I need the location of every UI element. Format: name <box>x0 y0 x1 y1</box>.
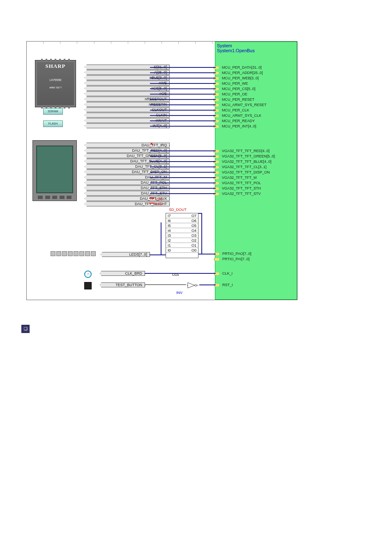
net-test-button[interactable]: TEST_BUTTON <box>100 282 145 287</box>
port[interactable]: VGA32_TFT_TFT_M <box>222 176 257 180</box>
leds-icon <box>51 251 97 256</box>
svg-marker-0 <box>188 282 195 288</box>
port-prtio-pai[interactable]: PRTIO_PAI[7..0] <box>222 257 249 261</box>
port[interactable]: MCU_PER_DATA[31..0] <box>222 65 262 69</box>
chip-part: LH79550 <box>35 79 76 81</box>
port[interactable]: MCU_PER_ADDR[25..0] <box>222 71 263 75</box>
port[interactable]: VGA32_TFT_TFT_POL <box>222 181 261 185</box>
chip-core: ARM 720 T <box>35 86 76 89</box>
vcc-label: VCC <box>155 202 163 206</box>
sharp-chip[interactable]: SHARP LH79550 ARM 720 T <box>35 60 76 107</box>
lcd-panel[interactable] <box>32 140 77 201</box>
port[interactable]: MCU_PER_WE <box>222 81 248 86</box>
schematic-canvas[interactable]: System System1.OpenBus MCU_PER_DATA[31..… <box>26 41 297 300</box>
port[interactable]: MCU_PER_READY <box>222 119 255 123</box>
port[interactable]: VGA32_TFT_TFT_GREEN[5..0] <box>222 154 275 158</box>
port[interactable]: MCU_PER_INT[4..0] <box>222 124 256 128</box>
port[interactable]: VGA32_TFT_TFT_CL[3..1] <box>222 165 267 169</box>
port[interactable]: VGA32_TFT_TFT_STV <box>222 192 261 196</box>
port[interactable]: VGA32_TFT_TFT_BLUE[4..0] <box>222 160 272 164</box>
lcd-screen <box>36 146 73 193</box>
port[interactable]: VGA32_TFT_TFT_STH <box>222 186 261 190</box>
port[interactable]: MCU_ARM7_SYS_RESET <box>222 103 267 107</box>
button-icon <box>84 282 92 289</box>
inv-gate[interactable] <box>187 282 198 289</box>
port[interactable]: VGA32_TFT_TFT_DISP_ON <box>222 170 270 174</box>
vcc-label: VCC <box>155 197 163 201</box>
buffer-8bit[interactable]: I7O7I6O6I5O5I4O4I3O3I2O2I1O1I0O0 <box>166 213 198 258</box>
port-prtio-pao[interactable]: PRTIO_PAO[7..0] <box>222 252 251 256</box>
net-clk-brd[interactable]: CLK_BRD <box>100 271 145 276</box>
port[interactable]: VGA32_TFT_TFT_RED[4..0] <box>222 149 270 153</box>
sd-dout-label: SD_DOUT <box>169 208 187 212</box>
no-connect-icon: × <box>150 141 153 147</box>
port[interactable]: MCU_PER_WEB[3..0] <box>222 76 259 80</box>
port[interactable]: MCU_PER_CS[5..0] <box>222 87 256 91</box>
port[interactable]: MCU_PER_OE <box>222 92 247 96</box>
clock-icon: ⎍ <box>84 271 92 278</box>
port-rst-i[interactable]: RST_I <box>222 283 233 287</box>
flash-chip[interactable]: FLASH <box>43 120 63 127</box>
sdram-chip[interactable]: SDRAM <box>43 108 63 115</box>
net-leds[interactable]: LEDS[7..0] <box>101 252 150 257</box>
net-dau-tft-irq[interactable]: DAU_TFT_IRQ <box>84 143 170 148</box>
chip-title: SHARP <box>35 63 76 69</box>
port-clk-i[interactable]: CLK_I <box>222 271 233 275</box>
port[interactable]: MCU_PER_CLK <box>222 108 249 112</box>
port[interactable]: MCU_PER_RESET <box>222 97 254 102</box>
doc-icon[interactable]: ❏ <box>21 325 30 333</box>
port[interactable]: MCU_ARM7_SYS_CLK <box>222 113 261 118</box>
openbus-title: System System1.OpenBus <box>215 42 297 54</box>
inv-label: INV <box>176 291 182 295</box>
